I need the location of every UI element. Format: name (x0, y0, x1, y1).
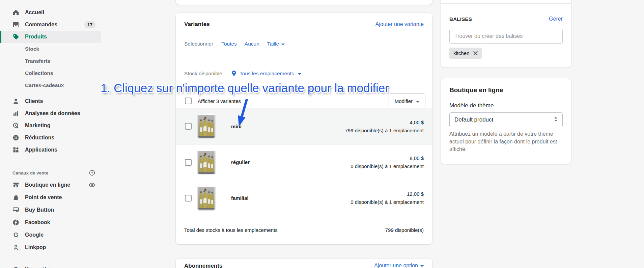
chevron-down-icon (281, 41, 285, 47)
variant-price: 12,00 $ (351, 191, 424, 197)
google-icon: G (12, 232, 19, 238)
discount-icon (12, 134, 19, 141)
sidebar-item-collections[interactable]: Collections (0, 67, 101, 79)
variant-checkbox[interactable] (185, 195, 192, 202)
stock-total-row: Total des stocks à tous les emplacements… (176, 216, 432, 244)
sidebar-item-buy-button[interactable]: Buy Button (0, 204, 101, 216)
theme-template-select[interactable]: Default product (449, 112, 563, 127)
tag-chip-kitchen: kitchen (449, 48, 482, 59)
facebook-icon (12, 219, 19, 226)
theme-template-label: Modèle de thème (449, 102, 563, 109)
tags-search-input[interactable] (449, 29, 563, 44)
select-none-link[interactable]: Aucun (245, 41, 259, 47)
sidebar-item-produits[interactable]: Produits (0, 31, 101, 43)
location-pin-icon (231, 70, 237, 77)
variant-availability: 799 disponible(s) à 1 emplacement (345, 128, 424, 133)
shopify-admin-screen: Accueil Commandes 17 Produits Stock Tran… (0, 0, 644, 268)
add-channel-icon[interactable] (89, 169, 95, 176)
variant-price: 8,00 $ (351, 155, 424, 161)
variant-availability: 0 disponible(s) à 1 emplacement (351, 199, 424, 205)
tag-icon (12, 33, 19, 40)
variant-thumbnail (197, 150, 216, 175)
apps-icon (12, 146, 19, 153)
gear-icon: ⚙ (12, 266, 19, 268)
theme-template-help: Attribuez un modèle à partir de votre th… (449, 130, 563, 153)
sales-channels-header: Canaux de vente (0, 170, 101, 176)
variant-row-regulier[interactable]: régulier 8,00 $ 0 disponible(s) à 1 empl… (176, 144, 432, 180)
stock-total-label: Total des stocks à tous les emplacements (184, 227, 278, 233)
sidebar-item-stock[interactable]: Stock (0, 43, 101, 55)
sidebar-item-parametres[interactable]: ⚙ Paramètres (0, 263, 101, 268)
select-all-link[interactable]: Toutes (221, 41, 237, 47)
variant-row-familial[interactable]: familial 12,00 $ 0 disponible(s) à 1 emp… (176, 180, 432, 216)
chevron-down-icon (298, 71, 301, 77)
online-store-card: Boutique en ligne Modèle de thème Defaul… (441, 78, 571, 164)
add-option-link[interactable]: Ajouter une option (374, 263, 424, 268)
stock-label: Stock disponible (184, 71, 222, 77)
sidebar-item-linkpop[interactable]: Linkpop (0, 241, 101, 253)
tags-card: BALISES Gérer kitchen (441, 0, 571, 68)
variant-thumbnail (197, 114, 216, 139)
pos-bag-icon (12, 194, 19, 201)
select-size-link[interactable]: Taille (267, 41, 285, 47)
card-section-divider (441, 3, 571, 4)
bar-chart-icon (12, 110, 19, 117)
variant-checkbox[interactable] (185, 159, 192, 166)
linkpop-icon (12, 244, 19, 251)
remove-tag-icon[interactable] (473, 51, 478, 55)
sidebar-item-point-de-vente[interactable]: Point de vente (0, 191, 101, 204)
stock-total-value: 799 disponible(s) (385, 227, 424, 233)
subscriptions-card: Abonnements Ajouter une option (176, 259, 432, 268)
variant-price: 4,00 $ (345, 119, 424, 125)
person-icon (12, 98, 19, 105)
sidebar-item-label: Produits (25, 34, 47, 40)
eye-icon[interactable] (89, 182, 95, 188)
tags-title: BALISES (449, 16, 472, 22)
sidebar-item-label: Accueil (25, 9, 44, 16)
sidebar-item-transferts[interactable]: Transferts (0, 55, 101, 67)
chevron-down-icon (416, 98, 419, 104)
add-variant-link[interactable]: Ajouter une variante (375, 21, 424, 27)
sidebar-item-analyses[interactable]: Analyses de données (0, 107, 101, 119)
home-icon (12, 9, 19, 16)
sidebar-item-reductions[interactable]: Réductions (0, 132, 101, 144)
variant-availability: 0 disponible(s) à 1 emplacement (351, 163, 424, 169)
sidebar-item-accueil[interactable]: Accueil (0, 6, 101, 19)
variants-card-title: Variantes (184, 21, 210, 28)
sidebar-item-google[interactable]: G Google (0, 229, 101, 241)
modify-button[interactable]: Modifier (389, 93, 425, 108)
annotation-arrow (233, 99, 248, 129)
manage-tags-link[interactable]: Gérer (549, 16, 563, 22)
subscriptions-title: Abonnements (184, 263, 222, 268)
sidebar-item-cartes-cadeaux[interactable]: Cartes-cadeaux (0, 79, 101, 91)
tutorial-step-annotation: 1. Cliquez sur n'importe quelle variante… (101, 81, 389, 95)
orders-icon (12, 21, 19, 28)
sidebar-item-commandes[interactable]: Commandes 17 (0, 19, 101, 31)
variant-checkbox[interactable] (185, 123, 192, 130)
sidebar-item-facebook[interactable]: Facebook (0, 216, 101, 229)
storefront-icon (12, 182, 19, 188)
select-updown-icon (554, 116, 558, 124)
select-all-checkbox[interactable] (185, 98, 192, 104)
select-label: Sélectionner (184, 41, 213, 47)
target-icon (12, 122, 19, 129)
variants-card: Variantes Ajouter une variante Sélection… (176, 13, 432, 244)
sidebar: Accueil Commandes 17 Produits Stock Tran… (0, 0, 101, 268)
previous-card-bottom (176, 0, 432, 5)
sidebar-item-label: Commandes (25, 22, 57, 28)
variant-thumbnail (197, 186, 216, 211)
sidebar-item-clients[interactable]: Clients (0, 95, 101, 107)
orders-count-badge: 17 (84, 21, 95, 28)
variant-row-mini[interactable]: mini 4,00 $ 799 disponible(s) à 1 emplac… (176, 108, 432, 144)
sidebar-item-boutique-en-ligne[interactable]: Boutique en ligne (0, 179, 101, 191)
sidebar-item-applications[interactable]: Applications (0, 144, 101, 156)
chevron-down-icon (420, 263, 424, 268)
variant-name: familial (231, 195, 249, 201)
variant-name: régulier (231, 159, 250, 165)
online-store-title: Boutique en ligne (449, 86, 563, 94)
locations-link[interactable]: Tous les emplacements (240, 71, 301, 77)
sidebar-item-marketing[interactable]: Marketing (0, 119, 101, 132)
buy-button-icon (12, 207, 19, 213)
